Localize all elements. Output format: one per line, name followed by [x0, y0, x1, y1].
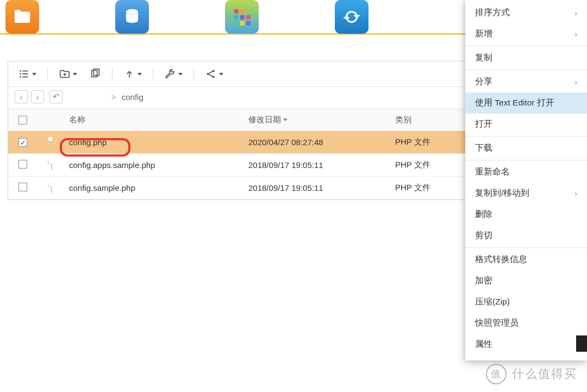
menu-copy[interactable]: 复制 — [465, 47, 587, 69]
svg-point-23 — [213, 76, 215, 78]
svg-point-17 — [20, 76, 21, 78]
chevron-right-icon: › — [574, 9, 577, 17]
svg-rect-6 — [246, 15, 251, 19]
app-tile-database[interactable] — [115, 0, 149, 34]
cell-modified: 2018/09/17 19:05:11 — [245, 183, 392, 192]
file-icon — [51, 160, 52, 170]
menu-download[interactable]: 下载 — [465, 138, 587, 159]
menu-properties[interactable]: 属性 — [465, 334, 587, 355]
list-icon — [18, 68, 30, 80]
nav-undo-button[interactable]: ↶ — [49, 90, 63, 103]
menu-new[interactable]: 新增› — [465, 23, 587, 45]
svg-rect-18 — [22, 77, 28, 78]
svg-point-13 — [20, 70, 21, 72]
upload-icon — [123, 68, 135, 80]
share-button[interactable] — [202, 66, 227, 82]
cell-modified: 2018/09/17 19:05:11 — [245, 160, 392, 170]
cell-name: config.php — [66, 138, 245, 147]
watermark-badge: 值 — [486, 364, 507, 384]
svg-rect-8 — [240, 21, 245, 25]
tools-button[interactable] — [161, 66, 186, 82]
chevron-right-icon: › — [574, 78, 577, 86]
menu-snapshot[interactable]: 快照管理员 — [465, 313, 587, 334]
cell-modified: 2020/04/27 08:27:48 — [245, 138, 392, 147]
column-modified[interactable]: 修改日期 — [245, 115, 392, 125]
sort-desc-icon — [283, 119, 288, 121]
menu-open-text-editor[interactable]: 使用 Text Editor 打开 — [465, 92, 587, 114]
new-folder-button[interactable] — [55, 66, 80, 82]
app-tile-sync[interactable] — [335, 0, 369, 34]
app-tile-filemanager[interactable] — [5, 0, 39, 34]
row-checkbox[interactable] — [18, 138, 27, 147]
svg-rect-14 — [22, 71, 28, 72]
svg-rect-9 — [246, 21, 251, 25]
row-checkbox[interactable] — [18, 183, 27, 191]
menu-rename[interactable]: 重新命名 — [465, 161, 587, 183]
chevron-right-icon: › — [574, 30, 577, 39]
upload-button[interactable] — [120, 66, 145, 82]
menu-delete[interactable]: 删除 — [465, 204, 587, 225]
wrench-icon — [164, 68, 176, 80]
watermark: 值 什么值得买 — [486, 364, 577, 384]
menu-share[interactable]: 分享› — [465, 71, 587, 92]
context-menu: 排序方式› 新增› 复制 分享› 使用 Text Editor 打开 打开 下载… — [465, 0, 587, 360]
svg-point-0 — [126, 9, 138, 14]
folder-plus-icon — [59, 68, 71, 80]
watermark-text: 什么值得买 — [512, 366, 577, 382]
file-icon — [51, 183, 52, 193]
svg-rect-19 — [92, 71, 97, 77]
svg-rect-20 — [93, 69, 99, 76]
select-all-checkbox[interactable] — [18, 116, 27, 125]
svg-rect-1 — [234, 9, 239, 13]
sync-icon — [341, 7, 362, 27]
breadcrumb-current[interactable]: config — [122, 92, 143, 102]
chevron-right-icon: › — [574, 189, 577, 198]
svg-point-21 — [207, 73, 209, 75]
folder-icon — [12, 7, 33, 27]
menu-copymove[interactable]: 复制到/移动到› — [465, 183, 587, 204]
menu-encrypt[interactable]: 加密 — [465, 270, 587, 291]
menu-sort[interactable]: 排序方式› — [465, 2, 587, 23]
svg-point-22 — [213, 70, 215, 72]
cell-name: config.apps.sample.php — [66, 160, 245, 170]
row-checkbox[interactable] — [18, 160, 27, 169]
svg-rect-4 — [234, 15, 239, 19]
app-tile-apps[interactable] — [225, 0, 259, 34]
svg-point-15 — [20, 73, 21, 75]
copy-icon — [89, 68, 101, 80]
svg-rect-5 — [240, 15, 245, 19]
database-icon — [122, 7, 142, 27]
file-icon — [51, 137, 52, 147]
cell-name: config.sample.php — [66, 183, 245, 192]
breadcrumb-separator: > — [111, 92, 116, 102]
view-mode-button[interactable] — [15, 66, 40, 82]
copy-button[interactable] — [86, 66, 104, 82]
svg-rect-7 — [234, 21, 239, 25]
svg-rect-3 — [246, 9, 251, 13]
nav-forward-button[interactable]: › — [31, 90, 44, 103]
apps-grid-icon — [232, 7, 252, 27]
decorative-block — [576, 335, 587, 352]
svg-rect-16 — [22, 73, 28, 74]
nav-back-button[interactable]: ‹ — [15, 90, 28, 103]
column-name[interactable]: 名称 — [66, 115, 245, 125]
menu-cut[interactable]: 剪切 — [465, 225, 587, 246]
share-icon — [205, 68, 217, 80]
svg-rect-2 — [240, 9, 245, 13]
menu-convert-info[interactable]: 格式转换信息 — [465, 249, 587, 270]
menu-open[interactable]: 打开 — [465, 114, 587, 135]
menu-zip[interactable]: 压缩(Zip) — [465, 291, 587, 313]
